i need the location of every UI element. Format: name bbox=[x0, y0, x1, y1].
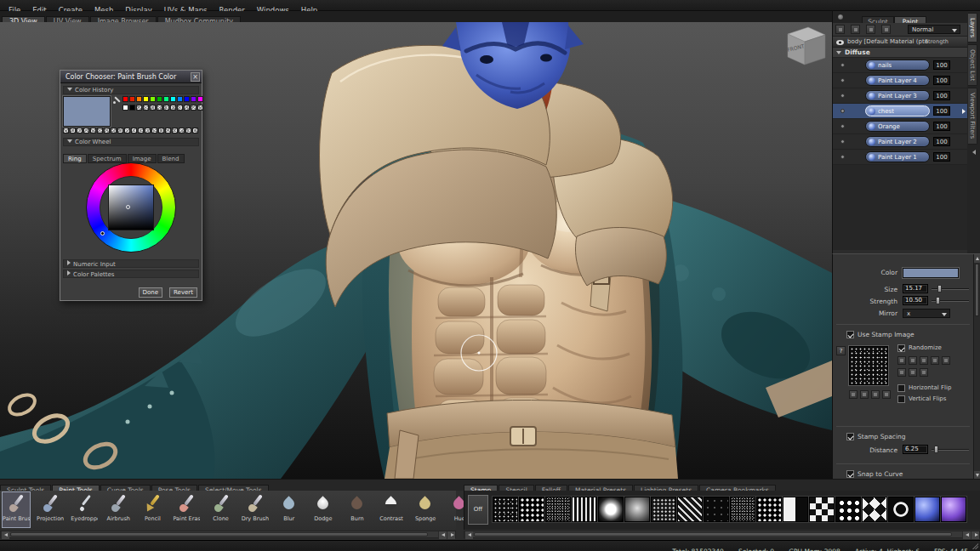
layer-strength-value[interactable]: 100 bbox=[933, 60, 950, 70]
tool-button[interactable]: Dry Brush bbox=[241, 491, 270, 528]
layer-strength-value[interactable]: 100 bbox=[933, 152, 950, 162]
vertical-flip-checkbox[interactable] bbox=[897, 395, 905, 403]
color-swatch[interactable] bbox=[163, 105, 169, 111]
layer-visibility-dot[interactable] bbox=[840, 78, 845, 82]
stamp-thumbnail[interactable] bbox=[572, 497, 597, 522]
stamp-cycle-button[interactable] bbox=[897, 368, 906, 377]
stamp-thumbnail[interactable] bbox=[862, 497, 887, 522]
stamp-thumbnail[interactable] bbox=[914, 497, 940, 522]
layer-pill[interactable]: chest bbox=[865, 105, 930, 116]
stamp-thumbnail[interactable] bbox=[730, 497, 755, 522]
layer-pill[interactable]: Paint Layer 2 bbox=[865, 136, 930, 147]
tool-button[interactable]: Dodge bbox=[309, 491, 338, 528]
snap-to-curve-checkbox[interactable] bbox=[846, 470, 854, 478]
view-cube[interactable]: FRONT bbox=[787, 27, 825, 65]
color-swatch[interactable] bbox=[157, 105, 162, 111]
strength-slider[interactable] bbox=[932, 297, 969, 304]
scroll-left-icon[interactable] bbox=[464, 531, 473, 539]
scroll-right-icon[interactable] bbox=[447, 531, 455, 539]
scroll-up-icon[interactable] bbox=[974, 254, 980, 263]
stamp-thumbnail[interactable] bbox=[756, 497, 782, 522]
color-swatch[interactable] bbox=[129, 96, 135, 102]
color-swatch[interactable] bbox=[104, 128, 110, 133]
color-swatch[interactable] bbox=[185, 128, 191, 133]
stamp-option-button[interactable] bbox=[849, 390, 858, 399]
brush-color-swatch[interactable] bbox=[903, 268, 959, 278]
color-swatch[interactable] bbox=[63, 128, 69, 133]
color-swatch[interactable] bbox=[192, 128, 198, 133]
layer-pill[interactable]: nails bbox=[865, 60, 930, 71]
color-swatch[interactable] bbox=[150, 105, 156, 111]
color-swatch[interactable] bbox=[177, 96, 183, 102]
stamp-thumbnail[interactable] bbox=[941, 497, 966, 522]
color-history-header[interactable]: Color History bbox=[63, 86, 199, 94]
distance-slider[interactable] bbox=[932, 446, 969, 453]
layers-header-row[interactable]: body [Default Material (pte Strength bbox=[833, 37, 967, 48]
stamp-thumbnail[interactable] bbox=[545, 497, 571, 522]
layer-visibility-dot[interactable] bbox=[840, 109, 845, 113]
layer-strength-value[interactable]: 100 bbox=[933, 137, 950, 146]
size-slider[interactable] bbox=[932, 285, 969, 293]
stamp-thumbnail[interactable] bbox=[835, 497, 861, 522]
color-swatch[interactable] bbox=[122, 96, 128, 102]
dialog-titlebar[interactable]: Color Chooser: Paint Brush Color × bbox=[60, 71, 202, 83]
color-swatch[interactable] bbox=[170, 105, 176, 111]
layer-row[interactable]: Orange 100 bbox=[833, 119, 967, 134]
scroll-down-icon[interactable] bbox=[974, 471, 980, 479]
panel-menu-icon[interactable] bbox=[837, 14, 844, 20]
color-swatch[interactable] bbox=[70, 128, 76, 133]
stamp-properties-button[interactable] bbox=[942, 356, 950, 365]
scroll-left-icon[interactable] bbox=[1, 531, 9, 539]
size-value[interactable]: 15.17 bbox=[903, 284, 928, 293]
tool-button[interactable]: Blur bbox=[275, 491, 304, 528]
layer-row[interactable]: Paint Layer 3 100 bbox=[833, 88, 967, 104]
eye-icon[interactable] bbox=[836, 40, 844, 45]
color-swatch[interactable] bbox=[172, 128, 178, 133]
delete-layer-icon[interactable] bbox=[881, 25, 891, 34]
stamp-spacing-checkbox[interactable] bbox=[846, 433, 854, 440]
stamp-thumbnail[interactable] bbox=[677, 497, 703, 522]
stamp-thumbnail[interactable] bbox=[809, 497, 835, 522]
layer-pill[interactable]: Orange bbox=[865, 121, 930, 132]
mirror-dropdown[interactable]: x bbox=[903, 309, 950, 318]
panel-collapse-arrow-icon[interactable] bbox=[972, 150, 976, 155]
color-swatch[interactable] bbox=[117, 128, 123, 133]
stamp-refresh-button[interactable] bbox=[897, 356, 906, 365]
stamp-thumbnail[interactable] bbox=[783, 497, 808, 522]
tool-button[interactable]: Sponge bbox=[411, 491, 440, 528]
color-swatch[interactable] bbox=[170, 96, 176, 102]
color-swatch[interactable] bbox=[138, 128, 144, 133]
color-swatch[interactable] bbox=[143, 96, 149, 102]
layer-pill[interactable]: Paint Layer 1 bbox=[865, 151, 930, 162]
stamp-thumbnail[interactable] bbox=[519, 497, 544, 522]
stamp-thumbnail[interactable] bbox=[704, 497, 729, 522]
layer-pill[interactable]: Paint Layer 4 bbox=[865, 75, 930, 86]
color-swatch[interactable] bbox=[191, 105, 197, 111]
tool-button[interactable]: Airbrush bbox=[104, 491, 133, 528]
color-swatch[interactable] bbox=[90, 128, 96, 133]
duplicate-layer-icon[interactable] bbox=[851, 25, 860, 34]
layer-strength-value[interactable]: 100 bbox=[933, 91, 950, 100]
hue-marker[interactable] bbox=[100, 231, 105, 236]
color-swatch[interactable] bbox=[197, 105, 203, 111]
tool-button[interactable]: Paint Erase bbox=[172, 491, 201, 528]
stamp-option-button[interactable] bbox=[871, 390, 880, 399]
stamp-flip-x-button[interactable] bbox=[909, 368, 917, 377]
side-tab[interactable]: Viewport Filters bbox=[968, 88, 977, 144]
stamp-flip-y-button[interactable] bbox=[920, 368, 928, 377]
color-swatch[interactable] bbox=[97, 128, 103, 133]
properties-scrollbar[interactable] bbox=[973, 254, 980, 479]
color-swatch[interactable] bbox=[165, 128, 171, 133]
layer-group-icon[interactable] bbox=[866, 25, 875, 34]
color-swatch[interactable] bbox=[143, 105, 149, 111]
layer-visibility-dot[interactable] bbox=[840, 155, 845, 159]
layer-row[interactable]: Paint Layer 2 100 bbox=[833, 134, 967, 150]
layer-visibility-dot[interactable] bbox=[840, 139, 845, 144]
scrollbar-thumb[interactable] bbox=[975, 264, 979, 316]
color-swatch[interactable] bbox=[191, 96, 197, 102]
strength-value[interactable]: 10.50 bbox=[903, 296, 928, 305]
done-button[interactable]: Done bbox=[139, 287, 162, 298]
stamp-thumbnail[interactable] bbox=[624, 497, 650, 522]
layer-strength-value[interactable]: 100 bbox=[933, 106, 950, 116]
stamp-thumbnail[interactable] bbox=[651, 497, 676, 522]
